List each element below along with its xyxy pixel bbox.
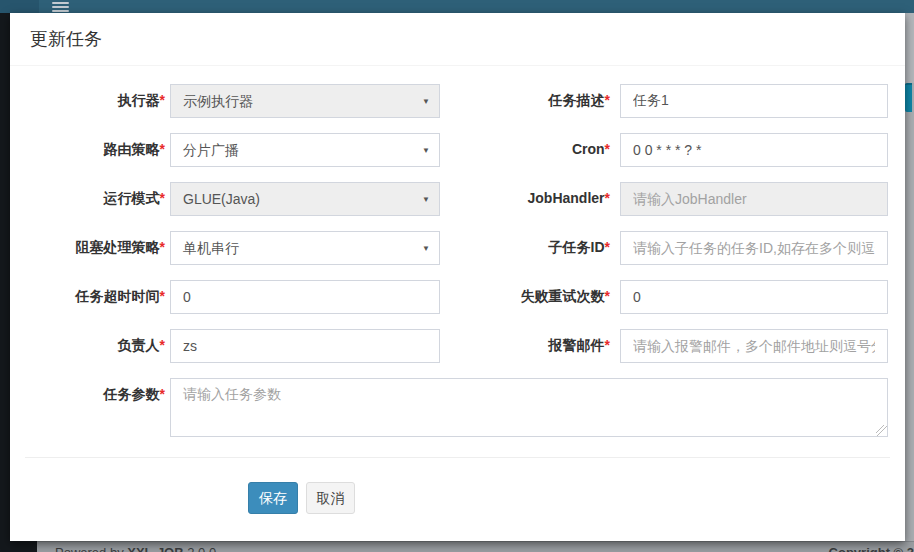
alarm-email-input[interactable]: [620, 329, 888, 363]
top-navbar: [0, 0, 914, 13]
cron-input[interactable]: [620, 133, 888, 167]
chevron-down-icon: ▼: [422, 146, 430, 155]
label-task-description: 任务描述*: [450, 84, 610, 110]
background-button-fragment: [905, 83, 912, 112]
cancel-button[interactable]: 取消: [306, 482, 355, 514]
update-task-modal: 更新任务 执行器* 示例执行器 ▼ 任务描述* 路由策略* 分片广播 ▼ Cro…: [10, 13, 905, 541]
author-input[interactable]: [170, 329, 440, 363]
hamburger-icon[interactable]: [52, 2, 69, 13]
jobhandler-input[interactable]: [620, 182, 888, 216]
label-cron: Cron*: [450, 133, 610, 157]
page-footer: Powered by XXL-JOB 2.0.0 Copyright © 2: [37, 541, 914, 552]
page-background: [905, 13, 914, 83]
label-alarm-email: 报警邮件*: [450, 329, 610, 355]
label-executor: 执行器*: [20, 84, 165, 110]
label-glue-type: 运行模式*: [20, 182, 165, 208]
save-button[interactable]: 保存: [248, 482, 298, 514]
executor-select[interactable]: 示例执行器 ▼: [170, 84, 440, 118]
modal-title: 更新任务: [30, 13, 102, 66]
divider: [25, 457, 890, 458]
label-timeout: 任务超时时间*: [20, 280, 165, 306]
chevron-down-icon: ▼: [422, 195, 430, 204]
route-strategy-select[interactable]: 分片广播 ▼: [170, 133, 440, 167]
label-fail-retry-count: 失败重试次数*: [450, 280, 610, 306]
label-author: 负责人*: [20, 329, 165, 355]
modal-body: 执行器* 示例执行器 ▼ 任务描述* 路由策略* 分片广播 ▼ Cron* 运行…: [10, 67, 905, 541]
footer-powered-by: Powered by XXL-JOB 2.0.0: [55, 545, 216, 552]
glue-type-select[interactable]: GLUE(Java) ▼: [170, 182, 440, 216]
task-description-input[interactable]: [620, 84, 888, 118]
timeout-input[interactable]: [170, 280, 440, 314]
footer-copyright: Copyright © 2: [829, 545, 914, 552]
navbar-logo-area: [0, 0, 39, 13]
fail-retry-count-input[interactable]: [620, 280, 888, 314]
footer-brand: XXL-JOB: [127, 545, 183, 552]
chevron-down-icon: ▼: [422, 97, 430, 106]
label-jobhandler: JobHandler*: [450, 182, 610, 206]
textarea-resize-grip[interactable]: [876, 425, 887, 436]
label-block-strategy: 阻塞处理策略*: [20, 231, 165, 257]
job-params-textarea[interactable]: [170, 378, 888, 437]
label-job-params: 任务参数*: [20, 378, 165, 404]
child-job-id-input[interactable]: [620, 231, 888, 265]
chevron-down-icon: ▼: [422, 244, 430, 253]
label-child-job-id: 子任务ID*: [450, 231, 610, 257]
modal-header: 更新任务: [10, 13, 905, 66]
block-strategy-select[interactable]: 单机串行 ▼: [170, 231, 440, 265]
label-route-strategy: 路由策略*: [20, 133, 165, 159]
